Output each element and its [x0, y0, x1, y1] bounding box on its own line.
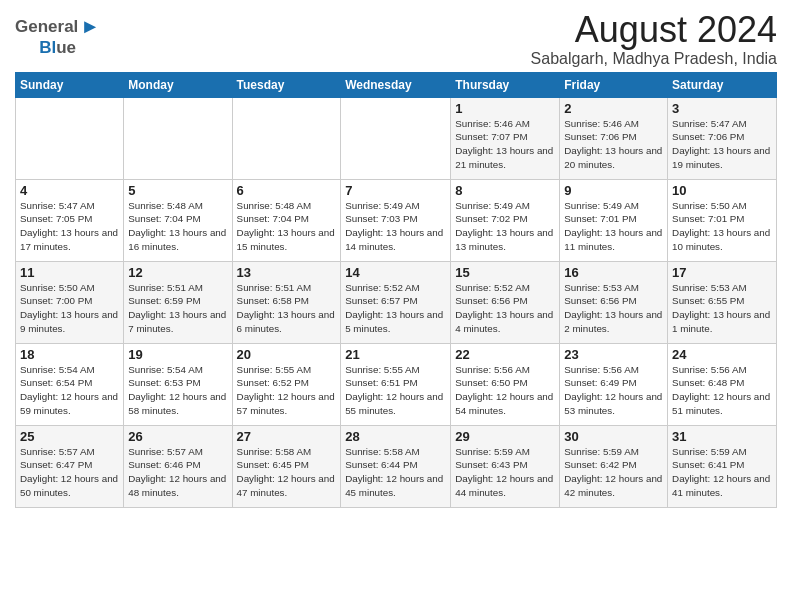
- calendar-cell: 10Sunrise: 5:50 AM Sunset: 7:01 PM Dayli…: [668, 179, 777, 261]
- calendar-cell: 18Sunrise: 5:54 AM Sunset: 6:54 PM Dayli…: [16, 343, 124, 425]
- day-number: 21: [345, 347, 446, 362]
- day-number: 5: [128, 183, 227, 198]
- day-number: 31: [672, 429, 772, 444]
- col-monday: Monday: [124, 72, 232, 97]
- calendar-cell: 4Sunrise: 5:47 AM Sunset: 7:05 PM Daylig…: [16, 179, 124, 261]
- calendar-cell: 28Sunrise: 5:58 AM Sunset: 6:44 PM Dayli…: [341, 425, 451, 507]
- calendar-cell: 9Sunrise: 5:49 AM Sunset: 7:01 PM Daylig…: [560, 179, 668, 261]
- day-info: Sunrise: 5:48 AM Sunset: 7:04 PM Dayligh…: [237, 199, 337, 254]
- col-thursday: Thursday: [451, 72, 560, 97]
- calendar-cell: 16Sunrise: 5:53 AM Sunset: 6:56 PM Dayli…: [560, 261, 668, 343]
- calendar-week-5: 25Sunrise: 5:57 AM Sunset: 6:47 PM Dayli…: [16, 425, 777, 507]
- calendar-cell: 19Sunrise: 5:54 AM Sunset: 6:53 PM Dayli…: [124, 343, 232, 425]
- calendar-cell: 12Sunrise: 5:51 AM Sunset: 6:59 PM Dayli…: [124, 261, 232, 343]
- day-info: Sunrise: 5:50 AM Sunset: 7:00 PM Dayligh…: [20, 281, 119, 336]
- day-info: Sunrise: 5:58 AM Sunset: 6:44 PM Dayligh…: [345, 445, 446, 500]
- day-number: 14: [345, 265, 446, 280]
- day-number: 4: [20, 183, 119, 198]
- day-number: 1: [455, 101, 555, 116]
- day-info: Sunrise: 5:46 AM Sunset: 7:06 PM Dayligh…: [564, 117, 663, 172]
- calendar-cell: 25Sunrise: 5:57 AM Sunset: 6:47 PM Dayli…: [16, 425, 124, 507]
- calendar-cell: 8Sunrise: 5:49 AM Sunset: 7:02 PM Daylig…: [451, 179, 560, 261]
- day-info: Sunrise: 5:47 AM Sunset: 7:05 PM Dayligh…: [20, 199, 119, 254]
- calendar-week-1: 1Sunrise: 5:46 AM Sunset: 7:07 PM Daylig…: [16, 97, 777, 179]
- day-number: 13: [237, 265, 337, 280]
- day-info: Sunrise: 5:51 AM Sunset: 6:58 PM Dayligh…: [237, 281, 337, 336]
- calendar-cell: [124, 97, 232, 179]
- calendar-cell: [232, 97, 341, 179]
- calendar-cell: 26Sunrise: 5:57 AM Sunset: 6:46 PM Dayli…: [124, 425, 232, 507]
- calendar-cell: 23Sunrise: 5:56 AM Sunset: 6:49 PM Dayli…: [560, 343, 668, 425]
- day-number: 9: [564, 183, 663, 198]
- day-number: 28: [345, 429, 446, 444]
- day-info: Sunrise: 5:59 AM Sunset: 6:43 PM Dayligh…: [455, 445, 555, 500]
- calendar-cell: 6Sunrise: 5:48 AM Sunset: 7:04 PM Daylig…: [232, 179, 341, 261]
- calendar-table: Sunday Monday Tuesday Wednesday Thursday…: [15, 72, 777, 508]
- day-info: Sunrise: 5:52 AM Sunset: 6:56 PM Dayligh…: [455, 281, 555, 336]
- day-number: 2: [564, 101, 663, 116]
- logo-blue: Bl: [39, 38, 56, 57]
- calendar-cell: [341, 97, 451, 179]
- month-title: August 2024: [531, 10, 777, 50]
- calendar-week-4: 18Sunrise: 5:54 AM Sunset: 6:54 PM Dayli…: [16, 343, 777, 425]
- logo: General ► Blue: [15, 10, 100, 58]
- col-sunday: Sunday: [16, 72, 124, 97]
- col-wednesday: Wednesday: [341, 72, 451, 97]
- calendar-cell: 1Sunrise: 5:46 AM Sunset: 7:07 PM Daylig…: [451, 97, 560, 179]
- day-info: Sunrise: 5:46 AM Sunset: 7:07 PM Dayligh…: [455, 117, 555, 172]
- header-row: Sunday Monday Tuesday Wednesday Thursday…: [16, 72, 777, 97]
- logo-arrow-icon: ►: [80, 15, 100, 38]
- day-number: 30: [564, 429, 663, 444]
- col-friday: Friday: [560, 72, 668, 97]
- day-number: 26: [128, 429, 227, 444]
- col-tuesday: Tuesday: [232, 72, 341, 97]
- calendar-cell: 13Sunrise: 5:51 AM Sunset: 6:58 PM Dayli…: [232, 261, 341, 343]
- day-info: Sunrise: 5:50 AM Sunset: 7:01 PM Dayligh…: [672, 199, 772, 254]
- day-number: 12: [128, 265, 227, 280]
- day-number: 24: [672, 347, 772, 362]
- calendar-cell: 30Sunrise: 5:59 AM Sunset: 6:42 PM Dayli…: [560, 425, 668, 507]
- calendar-cell: 21Sunrise: 5:55 AM Sunset: 6:51 PM Dayli…: [341, 343, 451, 425]
- day-number: 6: [237, 183, 337, 198]
- day-number: 10: [672, 183, 772, 198]
- day-number: 16: [564, 265, 663, 280]
- day-info: Sunrise: 5:53 AM Sunset: 6:55 PM Dayligh…: [672, 281, 772, 336]
- logo-general: General: [15, 17, 78, 37]
- day-number: 19: [128, 347, 227, 362]
- day-number: 7: [345, 183, 446, 198]
- calendar-cell: 24Sunrise: 5:56 AM Sunset: 6:48 PM Dayli…: [668, 343, 777, 425]
- day-info: Sunrise: 5:54 AM Sunset: 6:54 PM Dayligh…: [20, 363, 119, 418]
- day-info: Sunrise: 5:59 AM Sunset: 6:42 PM Dayligh…: [564, 445, 663, 500]
- col-saturday: Saturday: [668, 72, 777, 97]
- calendar-cell: 17Sunrise: 5:53 AM Sunset: 6:55 PM Dayli…: [668, 261, 777, 343]
- day-number: 18: [20, 347, 119, 362]
- logo-ue: ue: [56, 38, 76, 57]
- calendar-cell: [16, 97, 124, 179]
- day-number: 22: [455, 347, 555, 362]
- day-info: Sunrise: 5:54 AM Sunset: 6:53 PM Dayligh…: [128, 363, 227, 418]
- calendar-cell: 15Sunrise: 5:52 AM Sunset: 6:56 PM Dayli…: [451, 261, 560, 343]
- day-info: Sunrise: 5:57 AM Sunset: 6:46 PM Dayligh…: [128, 445, 227, 500]
- day-number: 23: [564, 347, 663, 362]
- day-info: Sunrise: 5:55 AM Sunset: 6:51 PM Dayligh…: [345, 363, 446, 418]
- day-number: 25: [20, 429, 119, 444]
- calendar-week-3: 11Sunrise: 5:50 AM Sunset: 7:00 PM Dayli…: [16, 261, 777, 343]
- day-number: 29: [455, 429, 555, 444]
- day-info: Sunrise: 5:56 AM Sunset: 6:48 PM Dayligh…: [672, 363, 772, 418]
- day-info: Sunrise: 5:51 AM Sunset: 6:59 PM Dayligh…: [128, 281, 227, 336]
- title-block: August 2024 Sabalgarh, Madhya Pradesh, I…: [531, 10, 777, 68]
- calendar-week-2: 4Sunrise: 5:47 AM Sunset: 7:05 PM Daylig…: [16, 179, 777, 261]
- calendar-cell: 3Sunrise: 5:47 AM Sunset: 7:06 PM Daylig…: [668, 97, 777, 179]
- day-info: Sunrise: 5:57 AM Sunset: 6:47 PM Dayligh…: [20, 445, 119, 500]
- day-info: Sunrise: 5:56 AM Sunset: 6:50 PM Dayligh…: [455, 363, 555, 418]
- calendar-cell: 2Sunrise: 5:46 AM Sunset: 7:06 PM Daylig…: [560, 97, 668, 179]
- calendar-cell: 29Sunrise: 5:59 AM Sunset: 6:43 PM Dayli…: [451, 425, 560, 507]
- page-container: General ► Blue August 2024 Sabalgarh, Ma…: [0, 0, 792, 513]
- day-number: 17: [672, 265, 772, 280]
- day-number: 15: [455, 265, 555, 280]
- calendar-body: 1Sunrise: 5:46 AM Sunset: 7:07 PM Daylig…: [16, 97, 777, 507]
- day-info: Sunrise: 5:49 AM Sunset: 7:01 PM Dayligh…: [564, 199, 663, 254]
- day-info: Sunrise: 5:49 AM Sunset: 7:02 PM Dayligh…: [455, 199, 555, 254]
- calendar-cell: 5Sunrise: 5:48 AM Sunset: 7:04 PM Daylig…: [124, 179, 232, 261]
- day-info: Sunrise: 5:53 AM Sunset: 6:56 PM Dayligh…: [564, 281, 663, 336]
